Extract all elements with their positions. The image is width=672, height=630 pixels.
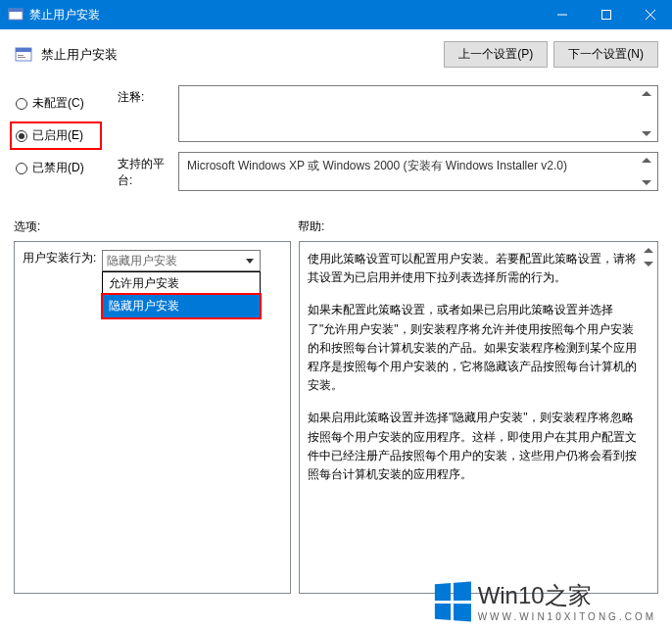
titlebar: 禁止用户安装 bbox=[0, 0, 672, 29]
windows-logo-icon bbox=[435, 581, 471, 621]
help-paragraph: 如果未配置此策略设置，或者如果已启用此策略设置并选择了"允许用户安装"，则安装程… bbox=[308, 301, 638, 395]
radio-enabled[interactable]: 已启用(E) bbox=[10, 121, 102, 150]
radio-not-configured[interactable]: 未配置(C) bbox=[14, 91, 102, 116]
help-section-label: 帮助: bbox=[298, 218, 324, 235]
svg-rect-3 bbox=[601, 11, 610, 20]
watermark: Win10之家 WWW.WIN10XITONG.COM bbox=[433, 580, 656, 622]
radio-disabled[interactable]: 已禁用(D) bbox=[14, 156, 102, 180]
scroll-down-icon[interactable] bbox=[642, 180, 651, 185]
next-setting-button[interactable]: 下一个设置(N) bbox=[553, 41, 658, 68]
prev-setting-button[interactable]: 上一个设置(P) bbox=[444, 41, 548, 68]
comment-textarea[interactable] bbox=[178, 85, 658, 142]
svg-rect-8 bbox=[18, 55, 24, 56]
state-radio-group: 未配置(C) 已启用(E) 已禁用(D) bbox=[14, 85, 102, 201]
help-panel: 使用此策略设置可以配置用户安装。若要配置此策略设置，请将其设置为已启用并使用下拉… bbox=[299, 241, 658, 594]
radio-on-icon bbox=[16, 130, 27, 142]
app-icon bbox=[8, 7, 24, 23]
scroll-down-icon[interactable] bbox=[644, 262, 653, 267]
scroll-up-icon[interactable] bbox=[642, 91, 651, 96]
maximize-button[interactable] bbox=[584, 0, 628, 29]
watermark-brand: Win10 bbox=[478, 582, 545, 608]
radio-off-icon bbox=[16, 163, 27, 174]
watermark-url: WWW.WIN10XITONG.COM bbox=[478, 611, 656, 622]
options-section-label: 选项: bbox=[14, 218, 298, 235]
radio-off-icon bbox=[16, 98, 27, 110]
platform-value: Microsoft Windows XP 或 Windows 2000 (安装有… bbox=[187, 159, 567, 172]
scroll-up-icon[interactable] bbox=[644, 248, 653, 253]
dropdown-item-hide[interactable]: 隐藏用户安装 bbox=[103, 295, 260, 317]
combo-value: 隐藏用户安装 bbox=[107, 253, 177, 269]
scroll-down-icon[interactable] bbox=[642, 131, 651, 136]
options-panel: 用户安装行为: 隐藏用户安装 允许用户安装 隐藏用户安装 bbox=[14, 241, 291, 594]
close-button[interactable] bbox=[628, 0, 672, 29]
comment-label: 注释: bbox=[118, 85, 178, 106]
radio-label: 未配置(C) bbox=[32, 95, 84, 112]
scroll-up-icon[interactable] bbox=[642, 158, 651, 163]
user-install-behavior-select[interactable]: 隐藏用户安装 bbox=[102, 250, 261, 271]
dropdown-item-allow[interactable]: 允许用户安装 bbox=[103, 272, 260, 295]
user-install-behavior-label: 用户安装行为: bbox=[23, 250, 96, 267]
policy-icon bbox=[14, 45, 33, 65]
radio-label: 已启用(E) bbox=[32, 127, 83, 144]
window-controls bbox=[540, 0, 672, 29]
svg-rect-9 bbox=[18, 57, 25, 58]
help-paragraph: 如果启用此策略设置并选择"隐藏用户安装"，则安装程序将忽略按照每个用户安装的应用… bbox=[308, 409, 638, 484]
help-paragraph: 使用此策略设置可以配置用户安装。若要配置此策略设置，请将其设置为已启用并使用下拉… bbox=[308, 250, 638, 287]
header-row: 禁止用户安装 上一个设置(P) 下一个设置(N) bbox=[14, 41, 658, 68]
platform-label: 支持的平台: bbox=[118, 152, 178, 189]
window-title: 禁止用户安装 bbox=[29, 7, 540, 24]
page-title: 禁止用户安装 bbox=[41, 46, 444, 64]
svg-rect-1 bbox=[9, 9, 23, 12]
radio-label: 已禁用(D) bbox=[32, 160, 84, 176]
dropdown-menu: 允许用户安装 隐藏用户安装 bbox=[102, 271, 261, 318]
svg-rect-7 bbox=[16, 48, 31, 52]
watermark-suffix: 之家 bbox=[545, 582, 592, 608]
supported-platform-box: Microsoft Windows XP 或 Windows 2000 (安装有… bbox=[178, 152, 658, 191]
minimize-button[interactable] bbox=[540, 0, 584, 29]
